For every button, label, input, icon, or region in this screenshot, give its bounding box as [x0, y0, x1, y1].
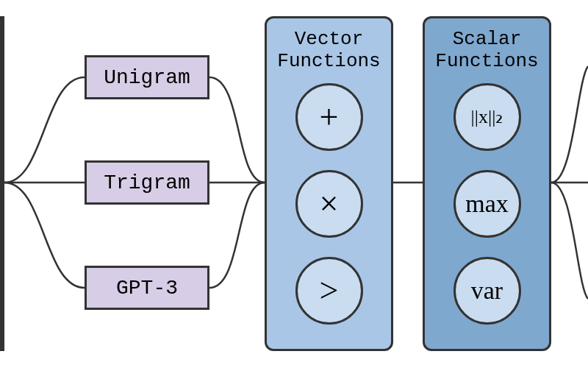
op-var: var: [453, 257, 521, 325]
model-unigram: Unigram: [85, 55, 209, 99]
model-trigram: Trigram: [85, 160, 209, 205]
op-multiply-label: ×: [320, 184, 339, 223]
model-gpt3-label: GPT-3: [116, 277, 178, 300]
vector-ops: + × >: [295, 83, 363, 325]
op-norm-label: ||x||₂: [471, 105, 503, 128]
model-gpt3: GPT-3: [85, 266, 209, 310]
op-max-label: max: [465, 190, 509, 218]
model-trigram-label: Trigram: [104, 171, 190, 194]
op-max: max: [453, 170, 521, 238]
op-greater-label: >: [320, 271, 339, 310]
vector-functions-panel: VectorFunctions + × >: [265, 16, 393, 351]
op-multiply: ×: [295, 170, 363, 238]
op-greater: >: [295, 257, 363, 325]
op-add-label: +: [320, 97, 339, 136]
op-norm: ||x||₂: [453, 83, 521, 151]
op-var-label: var: [471, 277, 503, 305]
vector-panel-title: VectorFunctions: [277, 29, 380, 73]
op-add: +: [295, 83, 363, 151]
model-unigram-label: Unigram: [104, 66, 190, 89]
scalar-ops: ||x||₂ max var: [453, 83, 521, 325]
scalar-panel-title: ScalarFunctions: [435, 29, 538, 73]
left-bar: [0, 16, 4, 351]
scalar-functions-panel: ScalarFunctions ||x||₂ max var: [423, 16, 551, 351]
